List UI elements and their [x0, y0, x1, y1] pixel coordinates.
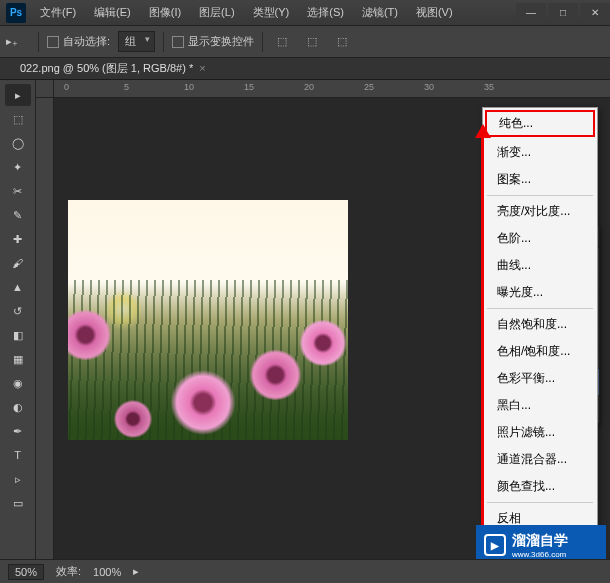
- toolbox: ▸ ⬚ ◯ ✦ ✂ ✎ ✚ 🖌 ▲ ↺ ◧ ▦ ◉ ◐ ✒ T ▹ ▭: [0, 80, 36, 559]
- pen-tool[interactable]: ✒: [5, 420, 31, 442]
- menu-vibrance[interactable]: 自然饱和度...: [483, 311, 597, 338]
- ruler-horizontal[interactable]: 0 5 10 15 20 25 30 35: [54, 80, 610, 98]
- move-tool-icon: ▸₊: [6, 32, 30, 52]
- menu-gradient[interactable]: 渐变...: [483, 139, 597, 166]
- document-tab[interactable]: 022.png @ 50% (图层 1, RGB/8#) *×: [10, 58, 216, 79]
- maximize-button[interactable]: □: [548, 3, 578, 23]
- play-icon: ▶: [484, 534, 506, 556]
- menu-file[interactable]: 文件(F): [32, 1, 84, 24]
- marquee-tool[interactable]: ⬚: [5, 108, 31, 130]
- menu-color-lookup[interactable]: 颜色查找...: [483, 473, 597, 500]
- tab-close-icon[interactable]: ×: [199, 62, 205, 74]
- stamp-tool[interactable]: ▲: [5, 276, 31, 298]
- heal-tool[interactable]: ✚: [5, 228, 31, 250]
- show-transform-checkbox[interactable]: 显示变换控件: [172, 34, 254, 49]
- annotation-arrow: [481, 126, 484, 556]
- menu-color-balance[interactable]: 色彩平衡...: [483, 365, 597, 392]
- menu-levels[interactable]: 色阶...: [483, 225, 597, 252]
- magic-wand-tool[interactable]: ✦: [5, 156, 31, 178]
- brush-tool[interactable]: 🖌: [5, 252, 31, 274]
- menu-channel-mixer[interactable]: 通道混合器...: [483, 446, 597, 473]
- window-controls: — □ ✕: [514, 3, 610, 23]
- ruler-corner: [36, 80, 54, 98]
- menu-image[interactable]: 图像(I): [141, 1, 189, 24]
- gradient-tool[interactable]: ▦: [5, 348, 31, 370]
- app-logo: Ps: [6, 3, 26, 23]
- efficiency-label: 效率:: [56, 564, 81, 579]
- menu-brightness-contrast[interactable]: 亮度/对比度...: [483, 198, 597, 225]
- align-right-icon[interactable]: ⬚: [331, 32, 353, 52]
- crop-tool[interactable]: ✂: [5, 180, 31, 202]
- move-tool[interactable]: ▸: [5, 84, 31, 106]
- path-tool[interactable]: ▹: [5, 468, 31, 490]
- menu-edit[interactable]: 编辑(E): [86, 1, 139, 24]
- lasso-tool[interactable]: ◯: [5, 132, 31, 154]
- close-button[interactable]: ✕: [580, 3, 610, 23]
- menu-black-white[interactable]: 黑白...: [483, 392, 597, 419]
- auto-select-dropdown[interactable]: 组: [118, 31, 155, 52]
- blur-tool[interactable]: ◉: [5, 372, 31, 394]
- status-bar: 50% 效率: 100% ▸: [0, 559, 610, 583]
- fill-adjustment-menu: 纯色... 渐变... 图案... 亮度/对比度... 色阶... 曲线... …: [482, 107, 598, 583]
- dodge-tool[interactable]: ◐: [5, 396, 31, 418]
- menu-view[interactable]: 视图(V): [408, 1, 461, 24]
- menu-filter[interactable]: 滤镜(T): [354, 1, 406, 24]
- menu-select[interactable]: 选择(S): [299, 1, 352, 24]
- menu-exposure[interactable]: 曝光度...: [483, 279, 597, 306]
- canvas[interactable]: [68, 200, 348, 440]
- type-tool[interactable]: T: [5, 444, 31, 466]
- menu-hue-saturation[interactable]: 色相/饱和度...: [483, 338, 597, 365]
- zoom-field[interactable]: 50%: [8, 564, 44, 580]
- menu-bar: 文件(F) 编辑(E) 图像(I) 图层(L) 类型(Y) 选择(S) 滤镜(T…: [32, 1, 461, 24]
- menu-solid-color[interactable]: 纯色...: [485, 110, 595, 137]
- ruler-vertical[interactable]: [36, 98, 54, 559]
- titlebar: Ps 文件(F) 编辑(E) 图像(I) 图层(L) 类型(Y) 选择(S) 滤…: [0, 0, 610, 26]
- eraser-tool[interactable]: ◧: [5, 324, 31, 346]
- eyedropper-tool[interactable]: ✎: [5, 204, 31, 226]
- menu-curves[interactable]: 曲线...: [483, 252, 597, 279]
- menu-photo-filter[interactable]: 照片滤镜...: [483, 419, 597, 446]
- auto-select-checkbox[interactable]: 自动选择:: [47, 34, 110, 49]
- history-brush-tool[interactable]: ↺: [5, 300, 31, 322]
- options-bar: ▸₊ 自动选择: 组 显示变换控件 ⬚ ⬚ ⬚: [0, 26, 610, 58]
- align-left-icon[interactable]: ⬚: [271, 32, 293, 52]
- efficiency-value: 100%: [93, 566, 121, 578]
- document-tabs: 022.png @ 50% (图层 1, RGB/8#) *×: [0, 58, 610, 80]
- minimize-button[interactable]: —: [516, 3, 546, 23]
- shape-tool[interactable]: ▭: [5, 492, 31, 514]
- menu-type[interactable]: 类型(Y): [245, 1, 298, 24]
- menu-pattern[interactable]: 图案...: [483, 166, 597, 193]
- align-center-icon[interactable]: ⬚: [301, 32, 323, 52]
- menu-layer[interactable]: 图层(L): [191, 1, 242, 24]
